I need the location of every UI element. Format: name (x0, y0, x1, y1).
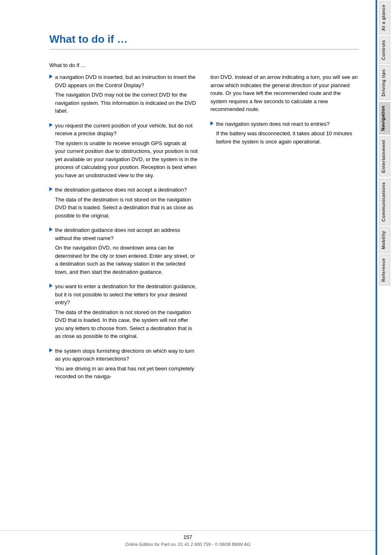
list-content: you request the current position of your… (55, 122, 198, 180)
main-content: What to do if … What to do if … a naviga… (0, 0, 376, 404)
list-answer: The system is unable to receive enough G… (55, 139, 198, 180)
list-item: the destination guidance does not accept… (49, 226, 198, 276)
list-question: the destination guidance does not accept… (55, 226, 198, 242)
list-item: the navigation system does not react to … (210, 120, 359, 146)
bullet-triangle (49, 123, 53, 127)
list-item: a navigation DVD is inserted, but an ins… (49, 73, 198, 115)
list-question: the navigation system does not react to … (216, 120, 359, 128)
list-question: the destination guidance does not accept… (55, 186, 198, 194)
sidebar-tab-reference[interactable]: Reference (379, 254, 390, 286)
section-header: What to do if … (49, 62, 359, 68)
page-number: 157 (0, 534, 376, 540)
left-column: a navigation DVD is inserted, but an ins… (49, 73, 198, 387)
list-item: you want to enter a destination for the … (49, 282, 198, 340)
sidebar-tab-communications[interactable]: Communications (379, 178, 390, 225)
sidebar-tab-driving-tips[interactable]: Driving tips (379, 65, 390, 100)
list-content: the system stops furnishing directions o… (55, 347, 198, 381)
list-content: the destination guidance does not accept… (55, 186, 198, 220)
list-item: the destination guidance does not accept… (49, 186, 198, 220)
list-question: a navigation DVD is inserted, but an ins… (55, 73, 198, 89)
list-answer: The data of the destination is not store… (55, 308, 198, 340)
two-column-layout: a navigation DVD is inserted, but an ins… (49, 73, 359, 387)
bullet-triangle (49, 284, 53, 288)
bullet-triangle (210, 121, 214, 125)
sidebar-tab-at-a-glance[interactable]: At a glance (379, 1, 390, 35)
footer-text: Online Edition for Part no. 01 41 2 600 … (125, 542, 250, 547)
list-item: the system stops furnishing directions o… (49, 347, 198, 381)
right-col-intro: tion DVD. Instead of an arrow indicating… (210, 73, 359, 113)
list-question: you request the current position of your… (55, 122, 198, 138)
page-container: What to do if … What to do if … a naviga… (0, 0, 392, 555)
bullet-triangle (49, 227, 53, 231)
sidebar-tab-entertainment[interactable]: Entertainment (379, 136, 390, 176)
sidebar-tab-mobility[interactable]: Mobility (379, 227, 390, 253)
page-footer: 157 Online Edition for Part no. 01 41 2 … (0, 530, 376, 547)
bullet-triangle (49, 187, 53, 191)
list-item: you request the current position of your… (49, 122, 198, 180)
list-answer: The navigation DVD may not be the correc… (55, 91, 198, 115)
right-column: tion DVD. Instead of an arrow indicating… (210, 73, 359, 387)
sidebar-tab-controls[interactable]: Controls (379, 36, 390, 64)
list-question: the system stops furnishing directions o… (55, 347, 198, 363)
list-content: a navigation DVD is inserted, but an ins… (55, 73, 198, 115)
list-answer: The data of the destination is not store… (55, 196, 198, 220)
list-answer: On the navigation DVD, no downtown area … (55, 244, 198, 276)
sidebar-tab-navigation[interactable]: Navigation (379, 102, 390, 134)
sidebar: At a glanceControlsDriving tipsNavigatio… (377, 0, 392, 555)
bullet-triangle (49, 348, 53, 352)
list-answer: You are driving in an area that has not … (55, 365, 198, 381)
list-content: the destination guidance does not accept… (55, 226, 198, 276)
list-content: the navigation system does not react to … (216, 120, 359, 146)
page-title: What to do if … (49, 33, 359, 50)
list-question: you want to enter a destination for the … (55, 282, 198, 307)
list-answer: If the battery was disconnected, it take… (216, 130, 359, 146)
list-content: you want to enter a destination for the … (55, 282, 198, 340)
bullet-triangle (49, 74, 53, 79)
